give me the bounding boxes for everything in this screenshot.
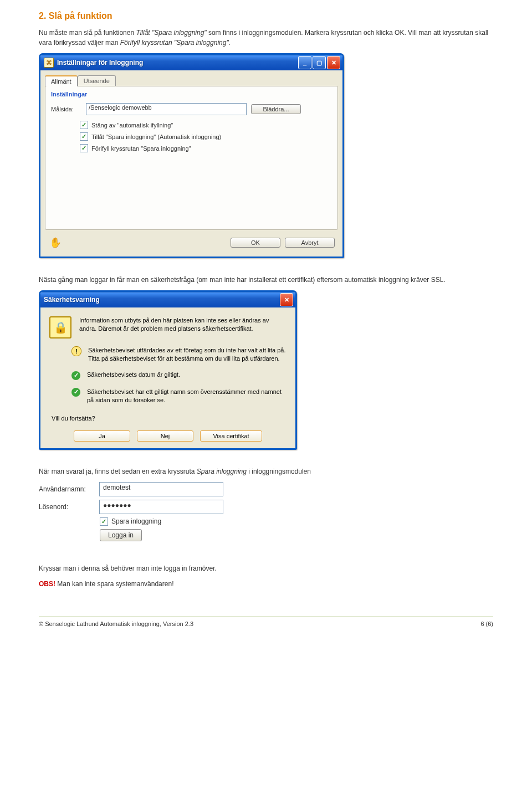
malsida-row: Målsida: /Senselogic demowebb Bläddra... — [51, 103, 332, 115]
settings-groupbox: Inställningar Målsida: /Senselogic demow… — [45, 86, 338, 230]
intro-paragraph: Nu måste man slå på funktionen Tillåt "S… — [39, 28, 493, 48]
cancel-button[interactable]: Avbryt — [285, 238, 335, 248]
check-allow-save[interactable]: ✓ Tillåt "Spara inloggning" (Automatisk … — [80, 132, 332, 141]
check-label: Stäng av "automatisk ifyllning" — [91, 122, 173, 129]
security-text-2: Säkerhetsbevisets datum är giltigt. — [87, 371, 180, 380]
section-heading: 2. Slå på funktion — [39, 11, 493, 21]
check-icon: ✓ — [71, 388, 80, 397]
tab-allmant[interactable]: Allmänt — [45, 75, 78, 86]
settings-title: Inställningar för Inloggning — [57, 59, 297, 66]
group-title: Inställningar — [51, 91, 332, 98]
remember-row[interactable]: ✓ Spara inloggning — [100, 517, 238, 526]
browse-button[interactable]: Bläddra... — [251, 104, 301, 114]
para3-a: När man svarat ja, finns det sedan en ex… — [39, 468, 197, 475]
show-cert-button[interactable]: Visa certifikat — [200, 430, 262, 442]
page-footer: © Senselogic Lathund Automatisk inloggni… — [39, 617, 493, 627]
yes-button[interactable]: Ja — [74, 430, 130, 442]
intro-em-1: Tillåt "Spara inloggning" — [136, 29, 206, 37]
intro-text-1: Nu måste man slå på funktionen — [39, 29, 136, 37]
security-intro: 🔒 Information som utbyts på den här plat… — [49, 316, 287, 339]
settings-dialog: ⌘ Inställningar för Inloggning _ ▢ ✕ All… — [39, 53, 344, 258]
checkbox-icon: ✓ — [80, 121, 88, 129]
para3-c: i inloggningsmodulen — [248, 468, 311, 475]
security-item-2: ✓ Säkerhetsbevisets datum är giltigt. — [71, 371, 287, 380]
security-body: 🔒 Information som utbyts på den här plat… — [40, 307, 295, 448]
password-input[interactable]: ●●●●●●● — [99, 500, 223, 514]
warning-icon: ! — [71, 346, 81, 356]
settings-titlebar: ⌘ Inställningar för Inloggning _ ▢ ✕ — [40, 55, 342, 70]
hand-icon: ✋ — [49, 237, 62, 249]
tab-strip: Allmänt Utseende — [45, 75, 338, 86]
security-question: Vill du fortsätta? — [52, 415, 287, 422]
security-buttons: Ja Nej Visa certifikat — [49, 430, 287, 442]
username-row: Användarnamn: demotest — [39, 482, 238, 496]
check-label: Förifyll kryssrutan "Spara inloggning" — [91, 145, 191, 152]
close-button[interactable]: ✕ — [280, 293, 293, 306]
password-row: Lösenord: ●●●●●●● — [39, 500, 238, 514]
security-item-1: ! Säkerhetsbeviset utfärdades av ett för… — [71, 346, 287, 363]
check-label: Tillåt "Spara inloggning" (Automatisk in… — [91, 134, 221, 140]
lock-warning-icon: 🔒 — [49, 316, 71, 339]
ok-button[interactable]: OK — [231, 238, 280, 248]
remember-label: Spara inloggning — [111, 517, 161, 525]
security-titlebar: Säkerhetsvarning ✕ — [40, 292, 295, 307]
obs-label: OBS! — [39, 580, 55, 588]
para3-b: Spara inloggning — [197, 468, 247, 475]
security-msg-1: Information som utbyts på den här platse… — [79, 316, 287, 339]
check-autofill[interactable]: ✓ Stäng av "automatisk ifyllning" — [80, 121, 332, 129]
intro-em-2: Förifyll kryssrutan "Spara inloggning". — [120, 39, 231, 47]
footer-left: © Senselogic Lathund Automatisk inloggni… — [39, 620, 193, 627]
username-input[interactable]: demotest — [99, 482, 223, 496]
dialog-buttons: ✋ OK Avbryt — [45, 230, 338, 252]
security-title: Säkerhetsvarning — [44, 296, 279, 304]
checkbox-icon: ✓ — [80, 132, 88, 141]
check-icon: ✓ — [71, 371, 80, 380]
security-text-1: Säkerhetsbeviset utfärdades av ett föret… — [88, 346, 287, 363]
page-content: 2. Slå på funktion Nu måste man slå på f… — [0, 0, 532, 638]
paragraph-4: Kryssar man i denna så behöver man inte … — [39, 563, 493, 573]
settings-body: Allmänt Utseende Inställningar Målsida: … — [40, 70, 342, 257]
malsida-label: Målsida: — [51, 106, 81, 112]
no-button[interactable]: Nej — [137, 430, 193, 442]
security-item-3: ✓ Säkerhetsbeviset har ett giltigt namn … — [71, 388, 287, 405]
username-label: Användarnamn: — [39, 485, 97, 493]
obs-paragraph: OBS! Man kan inte spara systemanvändaren… — [39, 579, 493, 589]
footer-right: 6 (6) — [480, 620, 493, 627]
malsida-input[interactable]: /Senselogic demowebb — [86, 103, 247, 115]
check-prefill[interactable]: ✓ Förifyll kryssrutan "Spara inloggning" — [80, 144, 332, 152]
checkbox-icon: ✓ — [80, 144, 88, 152]
close-button[interactable]: ✕ — [327, 56, 340, 69]
paragraph-3: När man svarat ja, finns det sedan en ex… — [39, 466, 493, 476]
paragraph-2: Nästa gång man loggar in får man en säke… — [39, 275, 493, 285]
minimize-button[interactable]: _ — [298, 56, 311, 69]
checkbox-icon: ✓ — [100, 517, 108, 526]
login-form: Användarnamn: demotest Lösenord: ●●●●●●●… — [39, 482, 238, 541]
maximize-button[interactable]: ▢ — [313, 56, 326, 69]
app-icon: ⌘ — [44, 58, 54, 68]
obs-text: Man kan inte spara systemanvändaren! — [57, 580, 173, 588]
security-dialog: Säkerhetsvarning ✕ 🔒 Information som utb… — [39, 290, 297, 450]
security-text-3: Säkerhetsbeviset har ett giltigt namn so… — [87, 388, 287, 405]
login-button[interactable]: Logga in — [100, 529, 142, 541]
tab-utseende[interactable]: Utseende — [78, 75, 116, 86]
password-label: Lösenord: — [39, 503, 97, 511]
